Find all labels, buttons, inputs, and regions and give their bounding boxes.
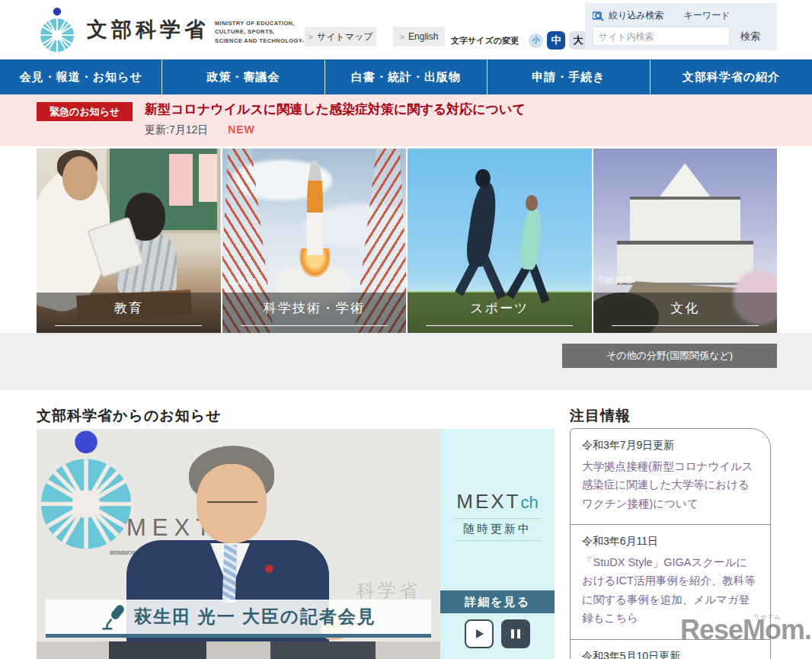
notices-section-title: 文部科学省からのお知らせ: [37, 406, 222, 426]
emergency-title-link[interactable]: 新型コロナウイルスに関連した感染症対策に関する対応について: [145, 101, 526, 118]
filter-search-link[interactable]: 絞り込み検索: [609, 9, 664, 22]
featured-section-title: 注目情報: [570, 406, 631, 426]
font-size-small-button[interactable]: 小: [529, 34, 543, 48]
emergency-updated: 更新:7月12日: [145, 123, 208, 136]
pause-icon: [510, 628, 521, 640]
category-footer-band: その他の分野(国際関係など): [0, 333, 812, 390]
chevron-right-icon: >: [400, 32, 404, 41]
site-search-input[interactable]: [593, 27, 730, 46]
featured-item[interactable]: 令和3年6月11日 「StuDX Style」GIGAスクールにおけるICT活用…: [571, 524, 770, 638]
category-label: スポーツ: [408, 299, 592, 317]
channel-brand: MEXTch: [440, 490, 555, 513]
category-science[interactable]: ©JAXA 科学技術・学術: [222, 149, 407, 333]
video-caption-text: 萩生田 光一 大臣の記者会見: [134, 605, 376, 629]
backdrop-wheel-icon: [37, 429, 136, 551]
search-submit-button[interactable]: 検索: [740, 30, 760, 43]
mext-channel-panel: MEXTch 随時更新中 詳細を見る: [440, 429, 555, 659]
nav-item-whitepaper[interactable]: 白書・統計・出版物: [324, 59, 487, 94]
featured-date: 令和3年7月9日更新: [582, 439, 759, 453]
featured-date: 令和3年5月10日更新: [582, 650, 759, 659]
featured-item[interactable]: 令和3年7月9日更新 大学拠点接種(新型コロナウイルス感染症に関連した大学等にお…: [571, 429, 770, 524]
other-fields-button[interactable]: その他の分野(国際関係など): [562, 344, 777, 368]
category-education[interactable]: 教育: [37, 149, 221, 333]
font-size-label: 文字サイズの変更: [451, 35, 519, 46]
featured-date: 令和3年6月11日: [582, 535, 759, 549]
featured-panel: 令和3年7月9日更新 大学拠点接種(新型コロナウイルス感染症に関連した大学等にお…: [570, 428, 771, 659]
nav-item-press[interactable]: 会見・報道・お知らせ: [0, 59, 161, 94]
nav-item-application[interactable]: 申請・手続き: [487, 59, 649, 94]
emergency-meta: 更新:7月12日 NEW: [145, 123, 255, 137]
category-sports[interactable]: スポーツ: [408, 149, 592, 333]
mext-homepage: 文部科学省 MINISTRY OF EDUCATION, CULTURE, SP…: [0, 0, 812, 659]
sitemap-button[interactable]: > サイトマップ: [305, 27, 376, 46]
category-culture[interactable]: ©姫路市 文化: [593, 149, 778, 333]
pause-button[interactable]: [501, 619, 530, 648]
nav-item-policy[interactable]: 政策・審議会: [161, 59, 324, 94]
channel-status: 随時更新中: [440, 522, 555, 536]
featured-link[interactable]: 「StuDX Style」GIGAスクールにおけるICT活用事例を紹介、教科等に…: [582, 553, 759, 627]
play-icon: [473, 628, 485, 640]
emergency-badge: 緊急のお知らせ: [37, 102, 133, 121]
channel-details-button[interactable]: 詳細を見る: [440, 590, 555, 613]
font-size-switcher: 文字サイズの変更 小 中 大: [451, 31, 587, 50]
filter-search-icon: [593, 11, 605, 21]
new-badge: NEW: [228, 123, 255, 136]
press-conference-video[interactable]: MEXT MINISTRY OF CULTU SCIENCE AND: [37, 429, 440, 659]
video-caption-banner: 萩生田 光一 大臣の記者会見: [46, 600, 431, 638]
english-button[interactable]: > English: [393, 27, 445, 46]
photo-credit: ©JAXA: [229, 277, 258, 287]
category-strip: 教育 ©JAXA 科学技術・学術 スポーツ: [37, 149, 777, 333]
featured-item[interactable]: 令和3年5月10日更新 文部科学大臣メッセージ「不安や悩みを抱える全国の児童生徒…: [571, 639, 770, 659]
photo-credit: ©姫路市: [599, 274, 634, 287]
emergency-notice-bar: 緊急のお知らせ 新型コロナウイルスに関連した感染症対策に関する対応について 更新…: [0, 94, 812, 146]
mext-wheel-icon: [35, 6, 79, 53]
keyword-label: キーワード: [684, 9, 730, 22]
category-label: 科学技術・学術: [222, 299, 407, 317]
site-search-panel: 絞り込み検索 キーワード 検索: [585, 3, 777, 50]
global-nav: 会見・報道・お知らせ 政策・審議会 白書・統計・出版物 申請・手続き 文部科学省…: [0, 59, 812, 94]
site-header: 文部科学省 MINISTRY OF EDUCATION, CULTURE, SP…: [0, 0, 812, 59]
font-size-medium-button[interactable]: 中: [547, 31, 565, 50]
site-title: 文部科学省: [87, 16, 209, 43]
mext-logo[interactable]: 文部科学省 MINISTRY OF EDUCATION, CULTURE, SP…: [35, 6, 325, 53]
nav-item-about[interactable]: 文部科学省の紹介: [650, 59, 812, 94]
category-label: 文化: [593, 299, 778, 317]
featured-link[interactable]: 大学拠点接種(新型コロナウイルス感染症に関連した大学等におけるワクチン接種)につ…: [582, 457, 759, 513]
microphone-icon: [101, 603, 126, 631]
chevron-right-icon: >: [308, 32, 312, 41]
play-button[interactable]: [465, 619, 494, 648]
category-label: 教育: [37, 299, 221, 317]
